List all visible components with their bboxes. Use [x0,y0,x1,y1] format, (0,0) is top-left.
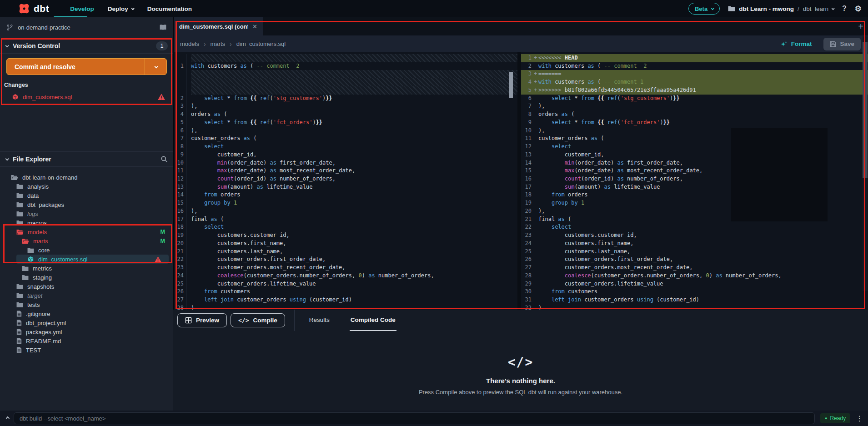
file-explorer-header[interactable]: File Explorer [0,151,173,167]
editor-tab-dim-customers[interactable]: dim_customers.sql (confli... ✕ [174,17,263,35]
branch-selector[interactable]: on-demand-practice [0,17,173,38]
tab-results[interactable]: Results [308,310,331,331]
tree-item-analysis[interactable]: analysis [0,182,173,191]
conflict-warning-icon [158,94,165,100]
pane-divider[interactable] [517,52,521,310]
line-number: 18 [174,223,186,231]
compile-button[interactable]: </> Compile [231,313,285,327]
breadcrumb: models › marts › dim_customers.sql [180,40,286,48]
tab-documentation[interactable]: Documentation [147,5,192,12]
tree-item-label: staging [33,274,52,281]
code-line: 9 select * from {{ ref('fct_orders')}} [521,119,868,127]
tree-item-label: TEST [26,347,41,354]
file-icon [16,320,22,326]
code-line: 1+<<<<<<< HEAD [521,54,868,62]
line-number: 10 [174,159,186,167]
kebab-menu-icon[interactable]: ⋮ [856,414,863,423]
format-button[interactable]: Format [780,40,812,48]
settings-gear-icon[interactable]: ⚙ [855,4,862,14]
tab-deploy[interactable]: Deploy [108,5,134,12]
tree-item-marts[interactable]: martsM [0,236,173,246]
status-dot-icon: ● [825,416,827,421]
line-number: 28 [174,304,186,310]
line-number: 11 [174,167,186,175]
editor-toolbar: models › marts › dim_customers.sql Forma… [174,35,868,52]
command-input[interactable]: dbt build --select <model_name> [14,412,815,424]
line-number: 9 [521,119,534,127]
tree-item-packages.yml[interactable]: packages.yml [0,327,173,336]
code-line: 3+======= [521,70,868,78]
tree-item-tests[interactable]: tests [0,300,173,309]
tree-item-README.md[interactable]: README.md [0,336,173,346]
line-number: 17 [174,216,186,224]
compile-label: Compile [253,317,277,324]
close-icon[interactable]: ✕ [252,23,257,30]
top-navbar: dbt Develop Deploy Documentation Beta db… [0,0,868,17]
dark-overlay-rectangle [731,128,828,221]
tree-item-data[interactable]: data [0,191,173,200]
code-pane-current[interactable]: 1with customers as ( -- comment 22 selec… [174,52,517,310]
help-button[interactable]: ? [842,5,847,13]
changed-file-name: dim_customers.sql [23,94,72,100]
tree-item-models[interactable]: modelsM [0,227,173,236]
tree-item-label: README.md [26,338,61,345]
code-line: 31 left join customer_orders using (cust… [521,296,868,304]
code-line: 20 customers.first_name, [174,240,517,248]
folder-icon [16,220,23,226]
commit-button-label[interactable]: Commit and resolve [7,59,145,75]
tree-item-dbt_packages[interactable]: dbt_packages [0,200,173,209]
code-filler-row [174,78,517,86]
tree-item-macros[interactable]: macros [0,218,173,227]
code-line: 2with customers as ( -- comment 2 [521,62,868,70]
save-button[interactable]: Save [823,38,861,50]
preview-button[interactable]: Preview [177,313,227,327]
tree-item-core[interactable]: core [0,246,173,255]
tree-item-metrics[interactable]: metrics [0,264,173,273]
code-line: 25 customer_orders.lifetime_value [174,280,517,288]
changed-file-row[interactable]: dim_customers.sql [0,91,173,103]
new-tab-button[interactable]: + [858,21,863,32]
chevron-down-icon [832,7,835,10]
expand-panel-chevron-icon[interactable] [6,416,10,420]
tree-item-staging[interactable]: staging [0,273,173,282]
docs-book-icon[interactable] [159,24,167,31]
tree-item-dbt-learn-on-demand[interactable]: dbt-learn-on-demand [0,173,173,182]
search-icon[interactable] [161,155,168,163]
tree-item-snapshots[interactable]: snapshots [0,282,173,291]
commit-and-resolve-button[interactable]: Commit and resolve [6,58,167,75]
project-selector[interactable]: dbt Learn - mwong / dbt_learn [728,5,834,12]
dbt-logo-icon [18,3,30,15]
line-number: 4 [174,110,186,119]
code-line: 27 left join customer_orders using (cust… [174,296,517,304]
tree-item-target[interactable]: target [0,291,173,300]
code-line: 11 max(order_date) as most_recent_order_… [174,167,517,175]
chevron-down-icon [131,7,134,10]
line-number: 17 [521,183,534,191]
editor-scrollbar-thumb[interactable] [863,42,868,178]
modified-badge: M [161,238,165,244]
tree-item-logs[interactable]: logs [0,209,173,218]
tree-item-dbt_project.yml[interactable]: dbt_project.yml [0,318,173,327]
beta-dropdown[interactable]: Beta [688,3,720,15]
commit-options-dropdown[interactable] [145,59,166,75]
tab-compiled-code[interactable]: Compiled Code [350,310,396,331]
folder-icon [16,211,23,217]
line-number: 24 [521,240,534,248]
tree-item-label: target [27,292,42,299]
changes-label: Changes [4,82,173,88]
left-pane-scrollbar[interactable] [509,72,513,98]
breadcrumb-separator: › [230,40,232,48]
line-number: 1 [521,54,534,62]
line-number: 7 [521,102,534,110]
dbt-logo[interactable]: dbt [18,3,49,15]
code-line: 22 customer_orders.first_order_date, [174,256,517,264]
tab-develop[interactable]: Develop [70,5,94,12]
environment-dropdown[interactable]: dbt_learn [803,5,834,12]
tree-item-label: models [28,229,47,236]
line-number: 8 [174,143,186,151]
tree-item-TEST[interactable]: TEST [0,346,173,355]
version-control-header[interactable]: Version Control 1 [0,38,173,54]
line-number [174,78,186,86]
tree-item-.gitignore[interactable]: .gitignore [0,309,173,318]
tree-item-dim_customers.sql[interactable]: dim_customers.sql [16,255,169,264]
